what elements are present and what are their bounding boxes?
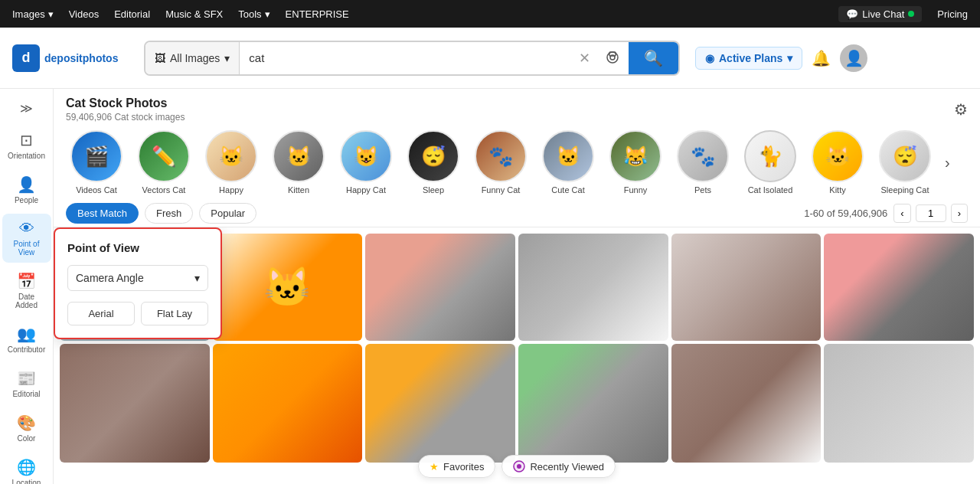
notifications-bell[interactable]: 🔔 — [812, 49, 831, 67]
star-icon: ★ — [430, 461, 439, 473]
content-area: Cat Stock Photos 59,406,906 Cat stock im… — [54, 89, 980, 484]
category-funny-cat[interactable]: 🐾 Funny Cat — [470, 130, 531, 195]
sidebar-item-orientation[interactable]: ⊡ Orientation — [2, 125, 51, 166]
image-item[interactable] — [824, 344, 974, 463]
category-happy-cat[interactable]: 😺 Happy Cat — [335, 130, 397, 195]
plans-icon: ◉ — [705, 52, 714, 64]
pov-icon: 👁 — [19, 220, 34, 237]
search-clear-button[interactable]: ✕ — [573, 50, 596, 67]
pov-flat-lay-button[interactable]: Flat Lay — [141, 302, 208, 325]
pov-aerial-button[interactable]: Aerial — [67, 302, 135, 325]
nav-editorial[interactable]: Editorial — [114, 8, 150, 20]
search-container: 🖼 All Images ▾ ✕ 🔍 — [144, 41, 680, 76]
top-navigation: Images ▾ Videos Editorial Music & SFX To… — [0, 0, 980, 28]
sidebar-item-date[interactable]: 📅 Date Added — [2, 266, 51, 316]
image-item[interactable] — [824, 234, 974, 341]
pov-title: Point of View — [67, 241, 208, 254]
filters-row: Best Match Fresh Popular 1-60 of 59,406,… — [54, 200, 980, 227]
svg-point-0 — [607, 52, 618, 63]
search-type-selector[interactable]: 🖼 All Images ▾ — [145, 42, 240, 74]
image-item[interactable] — [671, 344, 822, 463]
cat-circle-isolated: 🐈 — [744, 130, 796, 182]
search-input[interactable] — [240, 51, 573, 64]
category-sleeping-cat[interactable]: 😴 Sleeping Cat — [874, 130, 936, 195]
pagination-info: 1-60 of 59,406,906 — [804, 208, 887, 219]
nav-pricing[interactable]: Pricing — [937, 8, 968, 20]
sidebar: ≫ ⊡ Orientation 👤 People 👁 Point of View… — [0, 89, 54, 484]
sidebar-item-contributor[interactable]: 👥 Contributor — [2, 319, 51, 360]
next-page-button[interactable]: › — [951, 204, 968, 223]
cat-circle-vectors: ✏️ — [138, 130, 190, 182]
people-icon: 👤 — [17, 175, 36, 194]
category-kitty[interactable]: 🐱 Kitty — [807, 130, 868, 195]
recently-viewed-button[interactable]: Recently Viewed — [501, 455, 616, 478]
sidebar-item-location[interactable]: 🌐 Location — [2, 452, 51, 484]
title-row: Cat Stock Photos 59,406,906 Cat stock im… — [54, 89, 980, 126]
cat-circle-funny-cat: 🐾 — [475, 130, 527, 182]
page-navigation: ‹ › — [893, 204, 968, 223]
category-cat-isolated[interactable]: 🐈 Cat Isolated — [740, 130, 801, 195]
live-chat-button[interactable]: 💬 Live Chat — [838, 6, 922, 22]
filter-best-match[interactable]: Best Match — [66, 203, 139, 224]
contributor-icon: 👥 — [17, 325, 36, 343]
nav-videos[interactable]: Videos — [69, 8, 100, 20]
filter-popular[interactable]: Popular — [199, 203, 256, 224]
pov-select-chevron: ▾ — [194, 272, 200, 284]
category-happy[interactable]: 🐱 Happy — [201, 130, 262, 195]
image-item[interactable] — [518, 344, 668, 463]
image-item[interactable] — [671, 234, 822, 341]
category-cute-cat[interactable]: 🐱 Cute Cat — [537, 130, 599, 195]
pov-buttons: Aerial Flat Lay — [67, 302, 208, 325]
page-subtitle: 59,406,906 Cat stock images — [66, 112, 185, 123]
tools-dropdown-icon: ▾ — [265, 8, 270, 20]
header-actions: ◉ Active Plans ▾ 🔔 👤 — [695, 44, 867, 72]
page-number-input[interactable] — [916, 204, 946, 222]
category-pets[interactable]: 🐾 Pets — [672, 130, 733, 195]
logo[interactable]: d depositphotos — [12, 44, 135, 72]
sidebar-item-people[interactable]: 👤 People — [2, 169, 51, 211]
prev-page-button[interactable]: ‹ — [893, 204, 910, 223]
category-funny[interactable]: 😹 Funny — [605, 130, 666, 195]
camera-icon — [604, 48, 621, 65]
image-item[interactable]: 🐱 — [213, 234, 363, 341]
image-item[interactable] — [365, 344, 515, 463]
live-status-dot — [908, 11, 914, 17]
location-icon: 🌐 — [17, 458, 36, 476]
pov-select[interactable]: Camera Angle ▾ — [67, 265, 208, 291]
eye-circle-icon — [513, 460, 525, 473]
image-item[interactable] — [213, 344, 363, 463]
favorites-button[interactable]: ★ Favorites — [418, 455, 495, 478]
sidebar-item-editorial[interactable]: 📰 Editorial — [2, 363, 51, 404]
cat-circle-pets: 🐾 — [677, 130, 729, 182]
nav-enterprise[interactable]: ENTERPRISE — [286, 8, 349, 20]
category-kitten[interactable]: 🐱 Kitten — [268, 130, 329, 195]
sidebar-item-color[interactable]: 🎨 Color — [2, 407, 51, 449]
cat-circle-videos: 🎬 — [70, 130, 122, 182]
search-button[interactable]: 🔍 — [629, 42, 678, 74]
search-bar-row: d depositphotos 🖼 All Images ▾ ✕ 🔍 ◉ Act… — [0, 28, 980, 89]
categories-row: 🎬 Videos Cat ✏️ Vectors Cat 🐱 Happy 🐱 — [54, 126, 980, 200]
nav-images[interactable]: Images ▾ — [12, 8, 54, 20]
images-dropdown-icon: ▾ — [48, 8, 54, 20]
visual-search-button[interactable] — [596, 48, 629, 68]
sidebar-expand-button[interactable]: ≫ — [14, 95, 39, 122]
categories-next-arrow[interactable]: › — [942, 151, 953, 175]
type-dropdown-icon: ▾ — [224, 52, 230, 64]
settings-icon[interactable]: ⚙ — [954, 100, 968, 119]
sidebar-item-pov[interactable]: 👁 Point of View — [2, 214, 51, 263]
cat-circle-sleep: 😴 — [407, 130, 459, 182]
nav-tools[interactable]: Tools ▾ — [238, 8, 270, 20]
category-videos-cat[interactable]: 🎬 Videos Cat — [66, 130, 127, 195]
cat-circle-kitty: 🐱 — [812, 130, 864, 182]
image-item[interactable] — [518, 234, 668, 341]
user-avatar[interactable]: 👤 — [840, 44, 867, 72]
active-plans-button[interactable]: ◉ Active Plans ▾ — [695, 47, 802, 70]
category-vectors-cat[interactable]: ✏️ Vectors Cat — [133, 130, 194, 195]
nav-music[interactable]: Music & SFX — [165, 8, 223, 20]
image-item[interactable] — [60, 344, 210, 463]
category-sleep[interactable]: 😴 Sleep — [403, 130, 464, 195]
image-item[interactable] — [365, 234, 515, 341]
cat-circle-happycat: 😺 — [340, 130, 392, 182]
filter-fresh[interactable]: Fresh — [145, 203, 193, 224]
bottom-badges: ★ Favorites Recently Viewed — [418, 455, 616, 478]
